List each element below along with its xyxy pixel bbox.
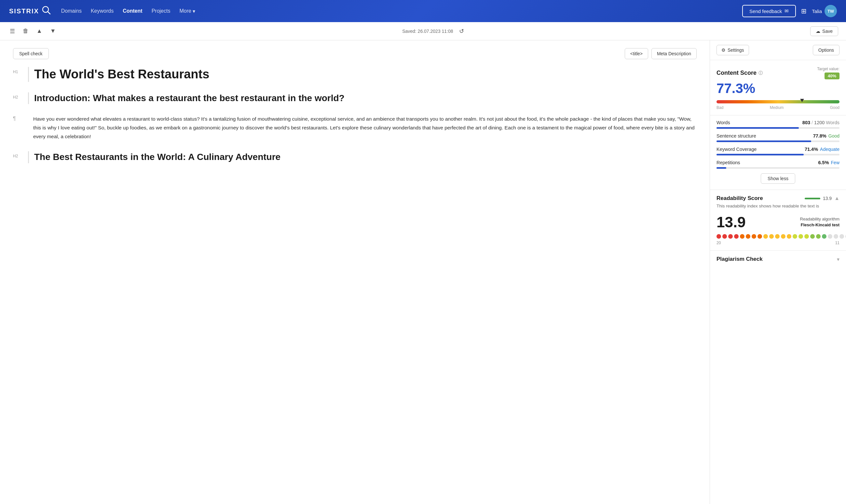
words-bar-fill (717, 127, 799, 129)
readability-dot (822, 234, 827, 239)
bar-label-bad: Bad (717, 105, 723, 110)
show-less-button[interactable]: Show less (761, 173, 795, 184)
grid-icon[interactable]: ⊞ (801, 7, 807, 15)
repetitions-value: 6.5% (818, 160, 829, 165)
right-panel: ⚙ Settings Options Content Score ⓘ Targe… (710, 40, 846, 504)
collapse-icon[interactable]: ▲ (834, 195, 840, 201)
readability-dot (758, 234, 762, 239)
spell-check-button[interactable]: Spell check (13, 48, 49, 59)
send-feedback-button[interactable]: Send feedback ✉ (742, 5, 796, 17)
content-score-value: 77.3% (717, 80, 840, 96)
nav-item-keywords[interactable]: Keywords (91, 8, 113, 14)
editor-tags: <title> Meta Description (625, 48, 697, 59)
plagiarism-title: Plagiarism Check (717, 256, 763, 263)
paragraph-label: ¶ (13, 114, 23, 122)
readability-dot (752, 234, 756, 239)
options-button[interactable]: Options (813, 45, 840, 55)
keyword-coverage-metric: Keyword Coverage 71.4% Adequate (717, 147, 840, 156)
target-value-label: Target value: (817, 67, 840, 71)
keyword-bar (717, 154, 840, 156)
editor-toolbar: Spell check <title> Meta Description (13, 48, 697, 59)
user-menu[interactable]: Talia TW (812, 5, 837, 17)
arrow-up-button[interactable]: ▲ (35, 26, 44, 36)
arrow-down-button[interactable]: ▼ (48, 26, 58, 36)
h2-text-2[interactable]: The Best Restaurants in the World: A Cul… (28, 151, 697, 163)
info-icon[interactable]: ⓘ (758, 70, 763, 76)
words-suffix: Words (826, 120, 840, 125)
list-icon-button[interactable]: ☰ (8, 26, 17, 36)
readability-dot (740, 234, 744, 239)
saved-text: Saved: 26.07.2023 11:08 (402, 29, 453, 34)
repetitions-label: Repetitions (717, 160, 740, 165)
cloud-icon: ☁ (816, 29, 820, 34)
score-bar (717, 100, 840, 103)
plagiarism-section: Plagiarism Check ▾ (710, 251, 846, 268)
readability-algo-label: Readability algorithm (800, 216, 840, 222)
h1-text[interactable]: The World's Best Restaurants (28, 67, 697, 82)
words-target: 1200 (814, 120, 825, 125)
keyword-status: Adequate (820, 147, 840, 152)
readability-dot (828, 234, 832, 239)
content-score-section: Content Score ⓘ Target value: 40% 77.3% … (710, 60, 846, 115)
sentence-bar (717, 141, 840, 142)
h1-block: H1 The World's Best Restaurants (13, 67, 697, 82)
sentence-status: Good (828, 133, 840, 139)
readability-section: Readability Score 13.9 ▲ This readabilit… (710, 190, 846, 251)
readability-dot (810, 234, 815, 239)
nav-item-domains[interactable]: Domains (61, 8, 82, 14)
nav-item-content[interactable]: Content (123, 8, 142, 14)
readability-dot (804, 234, 809, 239)
readability-algo-name: Flesch-Kincaid test (800, 222, 840, 228)
readability-desc: This readability index shows how readabl… (717, 203, 840, 210)
h2-label-1: H2 (13, 92, 23, 100)
readability-dots (717, 234, 840, 239)
meta-description-button[interactable]: Meta Description (651, 48, 697, 59)
repetitions-metric: Repetitions 6.5% Few (717, 160, 840, 169)
readability-title: Readability Score (717, 195, 763, 202)
toolbar-center: Saved: 26.07.2023 11:08 ↺ (63, 26, 805, 36)
readability-dot (775, 234, 780, 239)
settings-button[interactable]: ⚙ Settings (717, 45, 749, 55)
bar-label-good: Good (830, 105, 840, 110)
h2-text-1[interactable]: Introduction: What makes a restaurant th… (28, 92, 697, 104)
score-bar-labels: Bad Medium Good (717, 105, 840, 110)
toolbar-left: ☰ 🗑 ▲ ▼ (8, 26, 58, 36)
sentence-label: Sentence structure (717, 133, 756, 139)
readability-dot (816, 234, 821, 239)
undo-button[interactable]: ↺ (457, 26, 466, 36)
chevron-down-icon: ▾ (193, 8, 195, 14)
nav-items: Domains Keywords Content Projects More ▾ (61, 8, 732, 14)
title-tag-button[interactable]: <title> (625, 48, 648, 59)
nav-item-projects[interactable]: Projects (152, 8, 171, 14)
svg-line-1 (48, 12, 50, 14)
repetitions-bar (717, 167, 840, 169)
words-label: Words (717, 120, 730, 125)
toolbar-right: ☁ Save (810, 26, 838, 36)
save-button[interactable]: ☁ Save (810, 26, 838, 36)
readability-dot (734, 234, 739, 239)
nav-item-more[interactable]: More ▾ (179, 8, 195, 14)
sentence-bar-fill (717, 141, 811, 142)
readability-dot (722, 234, 727, 239)
readability-dot (746, 234, 750, 239)
paragraph-text[interactable]: Have you ever wondered what elevates a r… (28, 114, 697, 141)
trash-icon-button[interactable]: 🗑 (21, 26, 31, 36)
readability-dot (834, 234, 838, 239)
scale-max: 11 (835, 240, 840, 245)
content-score-title: Content Score (717, 70, 757, 76)
target-value-badge: 40% (825, 73, 840, 79)
navbar: SISTRIX Domains Keywords Content Project… (0, 0, 846, 22)
h2-label-2: H2 (13, 151, 23, 158)
panel-header: ⚙ Settings Options (710, 40, 846, 60)
plagiarism-collapse-icon[interactable]: ▾ (837, 256, 840, 263)
score-header: Content Score ⓘ Target value: 40% (717, 67, 840, 79)
logo[interactable]: SISTRIX (9, 5, 51, 17)
scale-min: 20 (717, 240, 721, 245)
sentence-structure-metric: Sentence structure 77.8% Good (717, 133, 840, 142)
readability-scale-labels: 20 11 (717, 240, 840, 245)
nav-right: Send feedback ✉ ⊞ Talia TW (742, 5, 837, 17)
readability-dot (763, 234, 768, 239)
words-current: 803 (803, 120, 810, 125)
readability-score-small: 13.9 (823, 196, 832, 201)
readability-dot (793, 234, 797, 239)
